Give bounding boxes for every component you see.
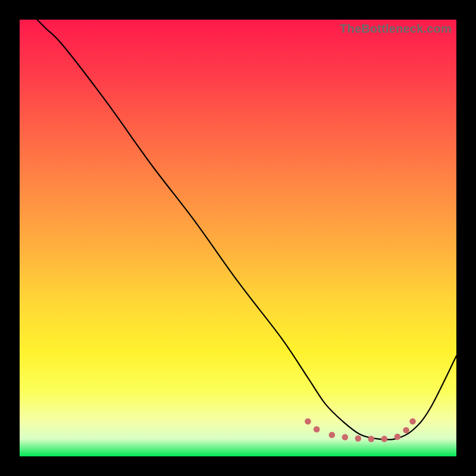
valley-marker-dot: [403, 427, 409, 434]
bottleneck-curve: [37, 20, 456, 440]
valley-marker-dot: [409, 418, 416, 425]
chart-svg: [20, 20, 456, 456]
valley-marker-dot: [355, 436, 362, 442]
valley-marker-dot: [314, 426, 320, 433]
valley-marker-dot: [381, 436, 388, 442]
valley-markers: [305, 418, 416, 442]
valley-marker-dot: [329, 432, 336, 439]
valley-marker-dot: [305, 418, 311, 425]
chart-plot-area: TheBottleneck.com: [20, 20, 456, 456]
valley-marker-dot: [368, 436, 375, 442]
valley-marker-dot: [394, 434, 401, 440]
valley-marker-dot: [342, 434, 349, 440]
chart-stage: TheBottleneck.com: [0, 0, 476, 476]
